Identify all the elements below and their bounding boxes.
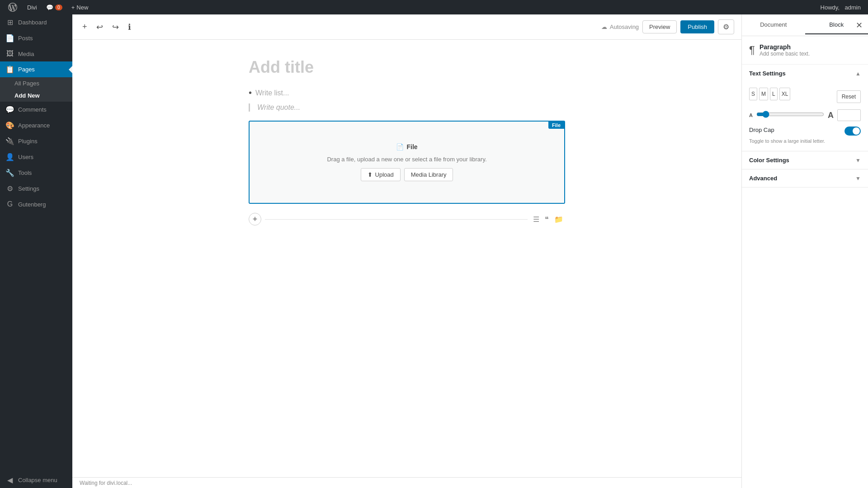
site-name: Divi [27,4,37,11]
folder-icon[interactable]: 📁 [552,213,565,225]
sidebar-item-comments[interactable]: 💬 Comments [0,102,72,117]
settings-icon: ⚙ [5,184,14,193]
admin-bar-new[interactable]: + New [68,0,92,14]
redo-button[interactable]: ↪ [109,19,122,35]
publish-button[interactable]: Publish [680,20,714,33]
color-settings-chevron: ▼ [855,157,861,164]
upload-icon: ⬆ [368,171,373,178]
autosaving-indicator: ☁ Autosaving [601,23,639,30]
block-title: Paragraph [760,43,810,51]
appearance-icon: 🎨 [5,121,14,130]
tab-document[interactable]: Document [742,16,805,34]
plugins-icon: 🔌 [5,137,14,145]
block-desc: Add some basic text. [760,51,810,57]
admin-bar-howdy[interactable]: Howdy, admin [817,0,864,14]
sidebar-label-media: Media [18,51,34,57]
size-slider-wrapper [756,111,824,120]
text-settings-header[interactable]: Text Settings ▲ [742,65,868,82]
size-btn-l[interactable]: L [770,88,778,100]
quote-icon[interactable]: ❝ [543,213,551,225]
media-library-button[interactable]: Media Library [404,168,453,181]
custom-size-input[interactable] [837,109,861,121]
sidebar-label-plugins: Plugins [18,138,38,145]
wp-logo-link[interactable] [4,0,22,14]
media-icon: 🖼 [5,50,14,58]
upload-button[interactable]: ⬆ Upload [361,168,401,181]
size-btn-m[interactable]: M [759,88,768,100]
sidebar-item-add-new[interactable]: Add New [0,89,72,102]
add-block-inline-button[interactable]: + [249,213,261,225]
size-slider[interactable] [756,111,824,118]
admin-bar-comments[interactable]: 💬 0 [42,0,66,14]
pages-icon: 📋 [5,65,14,74]
dashboard-icon: ⊞ [5,18,14,27]
right-panel: Document Block ✕ ¶ Paragraph Add some ba… [741,14,868,488]
text-settings-section: Text Settings ▲ S M L XL Reset A [742,65,868,151]
drop-cap-toggle[interactable] [844,127,861,136]
gutenberg-icon: G [5,200,14,208]
file-document-icon: 📄 [396,143,404,150]
size-row-header: S M L XL Reset [749,88,861,106]
color-settings-title: Color Settings [749,157,789,164]
paragraph-icon: ¶ [749,44,755,56]
editor-area: + ↩ ↪ ℹ ☁ Autosaving Preview Publish ⚙ •… [72,14,741,488]
sidebar-label-settings: Settings [18,185,39,192]
drop-cap-row: Drop Cap [749,127,861,136]
quote-placeholder: Write quote... [257,103,300,111]
quote-block[interactable]: Write quote... [249,103,565,112]
editor-content: • Write list... Write quote... File 📄 Fi… [72,40,741,477]
comments-icon: 💬 [5,105,14,114]
advanced-header[interactable]: Advanced ▼ [742,169,868,187]
settings-button[interactable]: ⚙ [718,19,734,34]
media-library-label: Media Library [411,171,447,178]
add-new-label: Add New [14,92,40,99]
undo-button[interactable]: ↩ [94,19,106,35]
page-title-input[interactable] [249,58,565,77]
bullet-placeholder: Write list... [255,89,289,97]
size-btn-s[interactable]: S [749,88,757,100]
color-settings-header[interactable]: Color Settings ▼ [742,151,868,169]
block-info-text: Paragraph Add some basic text. [760,43,810,57]
sidebar-item-users[interactable]: 👤 Users [0,149,72,165]
sidebar-item-media[interactable]: 🖼 Media [0,46,72,61]
admin-bar-site[interactable]: Divi [24,0,41,14]
admin-username: admin [845,4,861,11]
editor-toolbar: + ↩ ↪ ℹ ☁ Autosaving Preview Publish ⚙ [72,14,741,40]
sidebar-item-posts[interactable]: 📄 Posts [0,30,72,46]
sidebar-item-pages[interactable]: 📋 Pages [0,61,72,77]
main-layout: ⊞ Dashboard 📄 Posts 🖼 Media 📋 Pages All … [0,14,868,488]
preview-button[interactable]: Preview [642,20,677,33]
file-description: Drag a file, upload a new one or select … [327,156,486,163]
block-toolbar-icons: ☰ ❝ 📁 [531,213,565,225]
sidebar-collapse[interactable]: ◀ Collapse menu [0,472,72,488]
admin-bar-right: Howdy, admin [817,0,864,14]
sidebar-item-settings[interactable]: ⚙ Settings [0,181,72,197]
tools-icon: 🔧 [5,169,14,177]
sidebar-item-appearance[interactable]: 🎨 Appearance [0,117,72,133]
add-block-button[interactable]: + [80,19,90,34]
toolbar-right: ☁ Autosaving Preview Publish ⚙ [601,19,734,34]
bullet-list-item: • Write list... [249,88,565,98]
info-button[interactable]: ℹ [125,19,134,35]
advanced-chevron: ▼ [855,175,861,182]
sidebar-item-plugins[interactable]: 🔌 Plugins [0,133,72,149]
sidebar-label-pages: Pages [18,66,35,73]
file-buttons: ⬆ Upload Media Library [361,168,453,181]
sidebar-item-tools[interactable]: 🔧 Tools [0,165,72,181]
sidebar-item-all-pages[interactable]: All Pages [0,77,72,89]
sidebar-label-comments: Comments [18,106,47,113]
sidebar-item-gutenberg[interactable]: G Gutenberg [0,197,72,212]
close-panel-button[interactable]: ✕ [854,19,864,32]
cloud-icon: ☁ [601,23,607,30]
panel-tabs: Document Block ✕ [742,14,868,36]
new-label: New [76,4,88,11]
size-btn-xl[interactable]: XL [779,88,791,100]
sidebar-label-appearance: Appearance [18,122,50,129]
sidebar-label-gutenberg: Gutenberg [18,201,46,208]
large-a-label: A [828,111,834,120]
list-icon[interactable]: ☰ [531,213,541,225]
sidebar-item-dashboard[interactable]: ⊞ Dashboard [0,14,72,30]
editor-inner: • Write list... Write quote... File 📄 Fi… [249,58,565,227]
reset-button[interactable]: Reset [837,90,861,103]
file-upload-block[interactable]: File 📄 File Drag a file, upload a new on… [249,121,565,204]
